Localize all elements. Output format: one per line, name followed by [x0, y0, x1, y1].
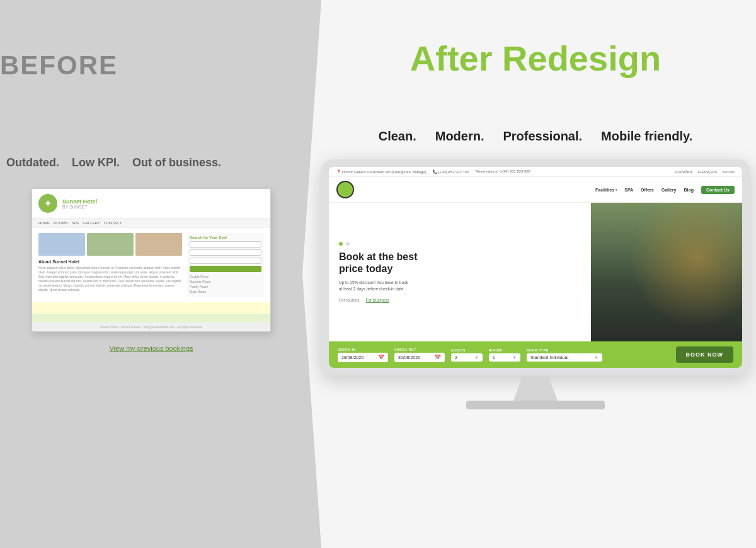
tag-mobile-friendly: Mobile friendly. [601, 129, 692, 144]
monitor-screen-outer: 📍 Doctor Gálvez Ginachero s/n (Fuengirol… [321, 159, 750, 375]
rooms-arrow: ▼ [512, 355, 517, 360]
old-nav-home: HOME [38, 221, 50, 225]
new-website-mockup: 📍 Doctor Gálvez Ginachero s/n (Fuengirol… [329, 167, 742, 368]
new-booking-bar: CHECK-IN 28/08/2020 📅 CHECK-OUT 30/08/20… [329, 341, 742, 368]
old-body: About Sunset Hotel Nulla aliquam tellus … [32, 228, 270, 302]
new-topbar-left: 📍 Doctor Gálvez Ginachero s/n (Fuengirol… [336, 169, 530, 174]
adults-input[interactable]: 2 ▼ [451, 353, 483, 362]
monitor-base [466, 401, 605, 409]
hero-link-business: For business [366, 298, 389, 302]
new-nav: Facilities › SPA Offers Gallery Blog Con… [329, 177, 742, 203]
checkin-field: CHECK-IN 28/08/2020 📅 [338, 348, 388, 362]
new-topbar-address: 📍 Doctor Gálvez Ginachero s/n (Fuengirol… [336, 169, 427, 174]
checkout-input[interactable]: 30/08/2020 📅 [394, 353, 445, 362]
new-topbar-phone: 📞 (+34) 952 922 700 [433, 169, 469, 174]
new-hero-title: Book at the bestprice today [339, 251, 581, 275]
new-hero-links: For tourists For business [339, 298, 581, 302]
after-tags: Clean. Modern. Professional. Mobile frie… [379, 129, 693, 144]
book-now-button[interactable]: BOOK NOW [676, 346, 734, 363]
dot-1 [339, 242, 343, 246]
old-room-link-3: Family Room [190, 285, 261, 288]
nav-facilities: Facilities › [595, 188, 617, 192]
tag-professional: Professional. [503, 129, 583, 144]
monitor-mockup: 📍 Doctor Gálvez Ginachero s/n (Fuengirol… [321, 159, 750, 409]
new-hero-content: Book at the bestprice today Up to 15% di… [329, 203, 591, 341]
old-about-title: About Sunset Hotel [38, 260, 182, 264]
old-sidebar: Search for Your Deal Double Room Superio… [187, 233, 264, 297]
old-header: ✦ Sunset Hotel BY SUNSET [32, 189, 270, 219]
checkout-value: 30/08/2020 [398, 355, 420, 360]
new-nav-links: Facilities › SPA Offers Gallery Blog Con… [595, 186, 735, 194]
old-yellow-strip [32, 302, 270, 314]
old-main-content: About Sunset Hotel Nulla aliquam tellus … [38, 233, 182, 297]
room-type-label: ROOM TYPE [527, 348, 602, 352]
lang-fr: FRANÇAIS [698, 170, 717, 174]
new-topbar: 📍 Doctor Gálvez Ginachero s/n (Fuengirol… [329, 167, 742, 177]
new-logo [336, 181, 354, 198]
view-bookings-link[interactable]: View my previous bookings [109, 345, 193, 352]
old-sidebar-title: Search for Your Deal [190, 236, 261, 239]
nav-blog: Blog [684, 188, 694, 192]
old-room-link-2: Superior Room [190, 280, 261, 283]
hero-link-tourists: For tourists [339, 298, 360, 302]
old-guests-input [190, 258, 261, 264]
adults-label: ADULTS [451, 348, 483, 352]
old-hotel-name: Sunset Hotel [62, 198, 97, 205]
old-img-2 [87, 233, 134, 256]
room-type-input[interactable]: Standard Individual ▼ [527, 353, 602, 362]
checkout-label: CHECK-OUT [394, 348, 445, 351]
old-search-btn [190, 266, 261, 272]
old-checkin-input [190, 241, 261, 248]
checkin-cal-icon: 📅 [378, 355, 384, 360]
old-website-mockup: ✦ Sunset Hotel BY SUNSET HOME ROOMS SPA … [32, 188, 271, 332]
old-img-1 [38, 233, 85, 256]
old-nav-gallery: GALLERY [83, 221, 100, 225]
monitor-neck [504, 375, 567, 401]
rooms-field: ROOMS 1 ▼ [489, 348, 520, 362]
old-hotel-sub: BY SUNSET [62, 205, 97, 209]
new-hero-image-inner [591, 203, 742, 341]
nav-gallery: Gallery [662, 188, 677, 192]
old-green-strip [32, 314, 270, 323]
nav-contact-btn: Contact Us [701, 186, 735, 194]
old-body-text: Nulla aliquam tellus lorem, id pulvinar … [38, 266, 182, 292]
old-nav-spa: SPA [72, 221, 79, 225]
room-type-arrow: ▼ [594, 355, 598, 360]
adults-field: ADULTS 2 ▼ [451, 348, 483, 362]
checkin-input[interactable]: 28/08/2020 📅 [338, 353, 388, 362]
lang-fi: SUOMI [722, 170, 735, 174]
checkin-label: CHECK-IN [338, 348, 388, 351]
room-type-field: ROOM TYPE Standard Individual ▼ [527, 348, 602, 362]
dot-2 [346, 242, 350, 246]
after-title: After Redesign [410, 38, 661, 79]
old-room-link-1: Double Room [190, 275, 261, 278]
rooms-label: ROOMS [489, 348, 520, 352]
old-nav: HOME ROOMS SPA GALLERY CONTACT [32, 219, 270, 228]
before-tags: Outdated. Low KPI. Out of business. [0, 156, 221, 169]
tag-outdated: Outdated. [6, 156, 59, 169]
old-nav-rooms: ROOMS [54, 221, 68, 225]
nav-offers: Offers [641, 188, 654, 192]
checkin-value: 28/08/2020 [341, 355, 364, 360]
tag-modern: Modern. [435, 129, 484, 144]
room-type-value: Standard Individual [530, 355, 568, 360]
new-topbar-right: ESPAÑOL FRANÇAIS SUOMI [675, 170, 735, 174]
new-hero: Book at the bestprice today Up to 15% di… [329, 203, 742, 341]
before-title: BEFORE [0, 50, 118, 81]
old-footer: Sunset Hotel · Doctor Gálvez · info@suns… [32, 323, 270, 331]
old-image-row [38, 233, 182, 256]
adults-value: 2 [455, 355, 457, 360]
new-hero-dots [339, 242, 581, 246]
adults-arrow: ▼ [474, 355, 479, 360]
tag-low-kpi: Low KPI. [72, 156, 120, 169]
old-img-3 [135, 233, 182, 256]
old-logo: ✦ [38, 194, 57, 213]
checkout-cal-icon: 📅 [435, 355, 441, 360]
nav-spa: SPA [624, 188, 633, 192]
new-topbar-reservations: Reservations: (+34) 951 829 890 [476, 169, 531, 174]
rooms-value: 1 [493, 355, 495, 360]
before-panel: BEFORE Outdated. Low KPI. Out of busines… [0, 0, 302, 548]
rooms-input[interactable]: 1 ▼ [489, 353, 520, 362]
new-hero-image [591, 203, 742, 341]
tag-out-of-business: Out of business. [132, 156, 221, 169]
